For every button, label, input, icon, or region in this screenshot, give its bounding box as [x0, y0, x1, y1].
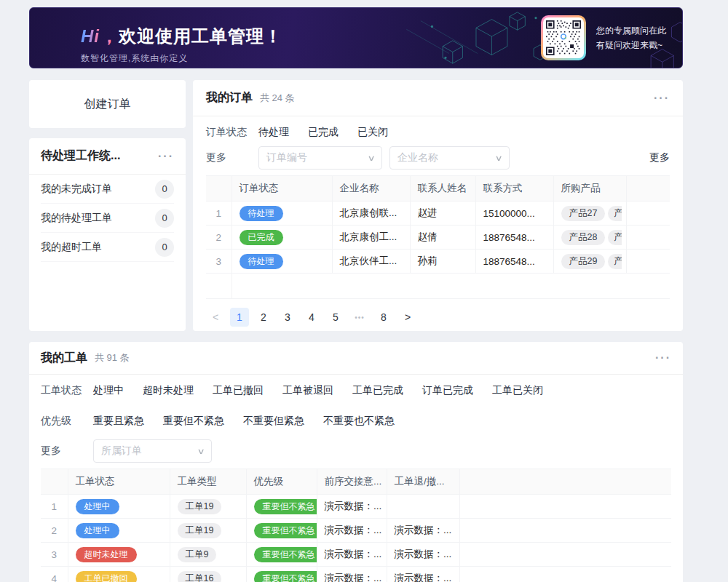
empty-row [206, 274, 670, 299]
col-phone: 联系方式 [475, 176, 553, 202]
stats-more-icon[interactable]: ··· [158, 153, 174, 160]
priority-filter-row: 优先级 重要且紧急 重要但不紧急 不重要但紧急 不重要也不紧急 [41, 415, 671, 428]
order-row[interactable]: 1 待处理 北京康创联... 赵进 15100000... 产品27 产 [206, 202, 670, 226]
col-withdraw: 工单退/撤... [387, 469, 459, 495]
tickets-count: 共 91 条 [95, 351, 130, 364]
my-tickets-card: 我的工单 共 91 条 ··· 工单状态 处理中 超时未处理 工单已撤回 工单被… [29, 342, 683, 582]
orders-table-header: 订单状态 企业名称 联系人姓名 联系方式 所购产品 [206, 176, 670, 202]
pagination-page-5[interactable]: 5 [326, 308, 345, 327]
status-badge: 超时未处理 [76, 547, 137, 562]
qr-code [541, 15, 586, 60]
priority-label: 优先级 [41, 415, 93, 428]
banner-greeting: 欢迎使用工单管理！ [119, 26, 282, 46]
col-company: 企业名称 [332, 176, 410, 202]
priority-badge: 重要但不紧急 [254, 523, 317, 538]
orders-card-title: 我的订单 [206, 90, 253, 105]
ticket-row[interactable]: 1 处理中 工单19 重要但不紧急 演示数据：... [41, 495, 671, 519]
priority-option-important-not-urgent[interactable]: 重要但不紧急 [163, 415, 224, 428]
order-status-option-closed[interactable]: 已关闭 [357, 126, 388, 139]
stat-item-unfinished-orders[interactable]: 我的未完成订单 0 [41, 175, 174, 204]
tickets-more-label: 更多 [41, 445, 93, 458]
product-tag: 产品28 [561, 230, 606, 245]
ticket-status-option-closed[interactable]: 工单已关闭 [492, 384, 543, 397]
ticket-status-filter-row: 工单状态 处理中 超时未处理 工单已撤回 工单被退回 工单已完成 订单已完成 工… [41, 384, 671, 397]
order-status-option-pending[interactable]: 待处理 [258, 126, 289, 139]
col-ticket-type: 工单类型 [170, 469, 246, 495]
ticket-type-tag: 工单16 [178, 571, 222, 582]
tickets-card-title: 我的工单 [41, 351, 87, 366]
priority-badge: 重要但不紧急 [254, 547, 317, 562]
pagination-page-3[interactable]: 3 [278, 308, 297, 327]
welcome-banner: Hi，欢迎使用工单管理！ 数智化管理,系统由你定义 [29, 7, 683, 68]
status-badge: 已完成 [240, 230, 283, 245]
ticket-status-option-processing[interactable]: 处理中 [93, 384, 124, 397]
col-products: 所购产品 [553, 176, 626, 202]
pagination-prev-icon[interactable]: < [206, 308, 225, 327]
order-row[interactable]: 3 待处理 北京伙伴工... 孙莉 18876548... 产品29 产 [206, 250, 670, 274]
order-status-filter-row: 订单状态 待处理 已完成 已关闭 [206, 126, 670, 139]
product-tag: 产品29 [561, 254, 606, 269]
order-status-option-done[interactable]: 已完成 [308, 126, 339, 139]
priority-badge: 重要但不紧急 [254, 571, 317, 582]
priority-option-important-urgent[interactable]: 重要且紧急 [93, 415, 144, 428]
stats-card-title: 待处理工作统... [41, 148, 120, 164]
stat-item-overtime-tickets[interactable]: 我的超时工单 0 [41, 233, 174, 262]
count-badge: 0 [155, 238, 174, 257]
pagination-page-2[interactable]: 2 [254, 308, 273, 327]
order-row[interactable]: 2 已完成 北京康创工... 赵倩 18876548... 产品28 产 [206, 226, 670, 250]
orders-more-link[interactable]: 更多 [649, 151, 670, 164]
priority-option-not-important-not-urgent[interactable]: 不重要也不紧急 [323, 415, 395, 428]
col-ticket-status: 工单状态 [68, 469, 170, 495]
parent-order-select[interactable]: 所属订单 ∨ [93, 439, 212, 463]
banner-hi: Hi [81, 26, 100, 46]
order-status-label: 订单状态 [206, 126, 258, 139]
company-name-select[interactable]: 企业名称 ∨ [389, 146, 510, 170]
status-badge: 待处理 [240, 206, 283, 221]
col-priority: 优先级 [246, 469, 317, 495]
tickets-more-icon[interactable]: ··· [655, 354, 671, 362]
ticket-status-option-order-done[interactable]: 订单已完成 [422, 384, 473, 397]
ticket-row[interactable]: 3 超时未处理 工单9 重要但不紧急 演示数据：... 演示数据：... [41, 543, 671, 567]
ticket-status-option-overtime[interactable]: 超时未处理 [143, 384, 194, 397]
ticket-status-option-ticket-done[interactable]: 工单已完成 [352, 384, 403, 397]
pagination-next-icon[interactable]: > [398, 308, 417, 327]
orders-more-label: 更多 [206, 151, 258, 164]
status-badge: 处理中 [76, 523, 119, 538]
ticket-row[interactable]: 4 工单已撤回 工单16 重要但不紧急 演示数据：... 演示数据：... [41, 567, 671, 582]
product-tag: 产品27 [561, 206, 606, 221]
pagination-page-4[interactable]: 4 [302, 308, 321, 327]
product-tag-clipped: 产 [608, 230, 622, 245]
orders-more-filter-row: 更多 订单编号 ∨ 企业名称 ∨ 更多 [206, 146, 670, 170]
status-badge: 待处理 [240, 254, 283, 269]
product-tag-clipped: 产 [608, 254, 622, 269]
banner-title: Hi，欢迎使用工单管理！ [81, 27, 282, 46]
count-badge: 0 [155, 209, 174, 228]
tickets-more-filter-row: 更多 所属订单 ∨ [41, 439, 671, 463]
ticket-type-tag: 工单19 [178, 523, 222, 538]
priority-badge: 重要但不紧急 [254, 499, 317, 514]
chevron-down-icon: ∨ [494, 154, 502, 163]
status-badge: 处理中 [76, 499, 119, 514]
order-number-select[interactable]: 订单编号 ∨ [258, 146, 382, 170]
qr-pattern [546, 20, 581, 55]
banner-subtitle: 数智化管理,系统由你定义 [81, 52, 282, 65]
product-tag-clipped: 产 [608, 206, 622, 221]
stat-item-pending-tickets[interactable]: 我的待处理工单 0 [41, 204, 174, 233]
count-badge: 0 [155, 180, 174, 199]
pagination-page-8[interactable]: 8 [374, 308, 393, 327]
create-order-button[interactable]: 创建订单 [29, 80, 186, 128]
ticket-status-option-returned[interactable]: 工单被退回 [282, 384, 333, 397]
col-handover: 前序交接意... [317, 469, 387, 495]
ticket-status-label: 工单状态 [41, 384, 93, 397]
orders-more-icon[interactable]: ··· [654, 95, 670, 102]
ticket-status-option-withdrawn[interactable]: 工单已撤回 [213, 384, 264, 397]
ticket-type-tag: 工单9 [178, 547, 217, 562]
pagination-ellipsis[interactable]: ••• [350, 308, 369, 327]
pagination-page-1[interactable]: 1 [230, 308, 249, 327]
status-badge: 工单已撤回 [76, 571, 137, 582]
ticket-row[interactable]: 2 处理中 工单19 重要但不紧急 演示数据：... 演示数据：... [41, 519, 671, 543]
qr-caption: 您的专属顾问在此 有疑问欢迎来戳~ [596, 23, 666, 52]
priority-option-not-important-urgent[interactable]: 不重要但紧急 [243, 415, 304, 428]
tickets-table: 工单状态 工单类型 优先级 前序交接意... 工单退/撤... 1 处理中 工单… [41, 469, 671, 582]
col-order-status: 订单状态 [232, 176, 332, 202]
